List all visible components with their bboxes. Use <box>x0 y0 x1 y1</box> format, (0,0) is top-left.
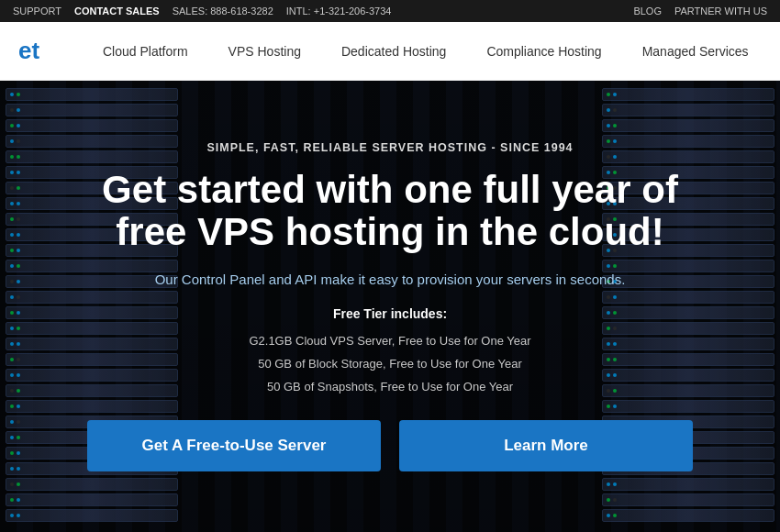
blog-link[interactable]: BLOG <box>633 6 662 17</box>
nav-dedicated-hosting[interactable]: Dedicated Hosting <box>321 22 466 81</box>
nav-links: Cloud Platform VPS Hosting Dedicated Hos… <box>83 22 769 81</box>
hero-tagline: SIMPLE, FAST, RELIABLE SERVER HOSTING - … <box>87 141 693 154</box>
hero-subtext: Our Control Panel and API make it easy t… <box>87 270 693 291</box>
nav-managed-services[interactable]: Managed Services <box>622 22 769 81</box>
hero-content: SIMPLE, FAST, RELIABLE SERVER HOSTING - … <box>69 141 711 472</box>
hero-headline: Get started with one full year of free V… <box>87 169 693 253</box>
free-tier-items: G2.1GB Cloud VPS Server, Free to Use for… <box>87 330 693 398</box>
partner-link[interactable]: PARTNER WITH US <box>674 6 767 17</box>
support-link[interactable]: SUPPORT <box>13 6 61 17</box>
nav-bar: et Cloud Platform VPS Hosting Dedicated … <box>0 22 780 81</box>
top-bar-right: BLOG PARTNER WITH US <box>633 6 767 17</box>
top-bar: SUPPORT CONTACT SALES SALES: 888-618-328… <box>0 0 780 22</box>
free-tier-label: Free Tier includes: <box>87 306 693 321</box>
logo[interactable]: et <box>18 37 55 65</box>
nav-cloud-platform[interactable]: Cloud Platform <box>83 22 208 81</box>
contact-sales-link[interactable]: CONTACT SALES <box>74 6 160 17</box>
cta-primary-button[interactable]: Get A Free-to-Use Server <box>87 420 381 471</box>
cta-buttons: Get A Free-to-Use Server Learn More <box>87 420 693 471</box>
hero-section: SIMPLE, FAST, RELIABLE SERVER HOSTING - … <box>0 81 780 532</box>
phone-us: SALES: 888-618-3282 <box>173 6 273 17</box>
nav-compliance-hosting[interactable]: Compliance Hosting <box>466 22 621 81</box>
top-bar-left: SUPPORT CONTACT SALES SALES: 888-618-328… <box>13 6 391 17</box>
free-tier-item-2: 50 GB of Block Storage, Free to Use for … <box>87 353 693 376</box>
free-tier-item-1: G2.1GB Cloud VPS Server, Free to Use for… <box>87 330 693 353</box>
phone-intl: INTL: +1-321-206-3734 <box>286 6 392 17</box>
nav-vps-hosting[interactable]: VPS Hosting <box>208 22 321 81</box>
free-tier-item-3: 50 GB of Snapshots, Free to Use for One … <box>87 376 693 399</box>
cta-secondary-button[interactable]: Learn More <box>399 420 693 471</box>
